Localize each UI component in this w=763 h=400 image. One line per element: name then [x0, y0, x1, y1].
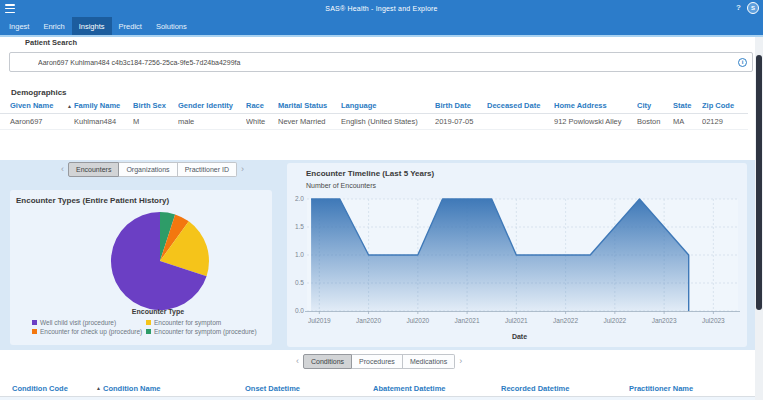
- record-tabs: ‹ EncountersOrganizationsPractitioner ID…: [57, 162, 248, 177]
- demographics-cell: Boston: [637, 113, 673, 129]
- demographics-heading: Demographics: [11, 88, 67, 97]
- x-tick-label: Jul2019: [308, 317, 331, 324]
- scrollbar-thumb[interactable]: [756, 55, 762, 310]
- legend-item-encounter-for-check-up-procedure[interactable]: Encounter for check up (procedure): [32, 328, 146, 335]
- detail-tab-buttons: ConditionsProceduresMedications: [303, 354, 455, 369]
- pie-chart: [10, 190, 272, 310]
- demographics-header-home-address[interactable]: Home Address: [554, 99, 637, 113]
- demographics-header-deceased-date[interactable]: Deceased Date: [487, 99, 554, 113]
- conditions-header-row: Condition Code▲Condition NameOnset Datet…: [0, 381, 755, 396]
- nav-item-solutions[interactable]: Solutions: [149, 17, 194, 35]
- detail-tabs: ‹ ConditionsProceduresMedications ›: [292, 354, 466, 369]
- sas-health-app: { "app": { "title": "SAS® Health - Inges…: [0, 0, 763, 400]
- column-label: Condition Code: [12, 384, 68, 393]
- y-tick-label: 1.0: [295, 251, 304, 258]
- timeline-y-axis-label: Number of Encounters: [306, 182, 376, 189]
- help-icon[interactable]: ?: [736, 3, 741, 12]
- title-row: SAS® Health - Ingest and Explore ? S: [0, 0, 763, 17]
- nav-item-predict[interactable]: Predict: [112, 17, 149, 35]
- demographics-cell: English (United States): [341, 113, 435, 129]
- timeline-chart: 0.00.51.01.52.0Jul2019Jan2020Jul2020Jan2…: [292, 193, 742, 333]
- x-tick-label: Jan2020: [356, 317, 381, 324]
- nav-item-enrich[interactable]: Enrich: [36, 17, 71, 35]
- demographics-header-given-name[interactable]: Given Name▲: [0, 99, 74, 113]
- record-tab-buttons: EncountersOrganizationsPractitioner ID: [68, 162, 237, 177]
- patient-search-input[interactable]: [9, 52, 753, 72]
- demographics-header-row: Given Name▲Family NameBirth SexGender Id…: [0, 99, 748, 113]
- demographics-table: Given Name▲Family NameBirth SexGender Id…: [0, 99, 748, 130]
- nav-underline: [0, 35, 763, 37]
- nav-item-insights[interactable]: Insights: [72, 17, 112, 35]
- demographics-header-language[interactable]: Language: [341, 99, 435, 113]
- legend-item-encounter-for-symptom[interactable]: Encounter for symptom: [146, 319, 257, 326]
- conditions-header-abatement-datetime[interactable]: Abatement Datetime: [373, 381, 501, 396]
- chevron-right-icon[interactable]: ›: [455, 354, 466, 369]
- record-tab-encounters[interactable]: Encounters: [68, 162, 119, 177]
- legend-label: Encounter for check up (procedure): [40, 328, 142, 335]
- avatar[interactable]: S: [747, 2, 759, 14]
- x-tick-label: Jul2022: [603, 317, 626, 324]
- demographics-cell: Never Married: [278, 113, 341, 129]
- demographics-cell: White: [246, 113, 278, 129]
- column-label: Given Name: [10, 101, 53, 110]
- record-tab-organizations[interactable]: Organizations: [119, 162, 177, 177]
- nav-tabs: IngestEnrichInsightsPredictSolutions: [0, 17, 763, 35]
- demographics-cell: Kuhlman484: [74, 113, 133, 129]
- conditions-header-onset-datetime[interactable]: Onset Datetime: [245, 381, 373, 396]
- demographics-header-birth-date[interactable]: Birth Date: [435, 99, 487, 113]
- legend-label: Encounter for symptom (procedure): [154, 328, 257, 335]
- record-tab-practitioner-id[interactable]: Practitioner ID: [178, 162, 237, 177]
- pie-chart-card: Encounter Types (Entire Patient History)…: [10, 190, 272, 345]
- demographics-header-family-name[interactable]: Family Name: [74, 99, 133, 113]
- y-tick-label: 0.0: [295, 307, 304, 314]
- demographics-row[interactable]: Aaron697Kuhlman484MmaleWhiteNever Marrie…: [0, 113, 748, 129]
- demographics-header-city[interactable]: City: [637, 99, 673, 113]
- vertical-scrollbar[interactable]: [755, 37, 763, 400]
- legend-swatch-icon: [146, 329, 151, 334]
- legend-swatch-icon: [32, 329, 37, 334]
- detail-tab-procedures[interactable]: Procedures: [352, 354, 403, 369]
- detail-tab-conditions[interactable]: Conditions: [303, 354, 352, 369]
- demographics-header-race[interactable]: Race: [246, 99, 278, 113]
- demographics-cell: [487, 113, 554, 129]
- demographics-header-state[interactable]: State: [673, 99, 702, 113]
- conditions-header-practitioner-name[interactable]: Practitioner Name: [629, 381, 755, 396]
- detail-tab-medications[interactable]: Medications: [403, 354, 455, 369]
- chevron-right-icon[interactable]: ›: [237, 162, 248, 177]
- y-tick-label: 1.5: [295, 223, 304, 230]
- legend-item-encounter-for-symptom-procedure[interactable]: Encounter for symptom (procedure): [146, 328, 257, 335]
- patient-search-label: Patient Search: [25, 38, 77, 47]
- sort-ascending-icon: ▲: [67, 103, 72, 109]
- sort-ascending-icon: ▲: [96, 385, 101, 391]
- x-tick-label: Jul2021: [505, 317, 528, 324]
- top-bar: SAS® Health - Ingest and Explore ? S Ing…: [0, 0, 763, 35]
- x-tick-label: Jul2023: [702, 317, 725, 324]
- chevron-left-icon[interactable]: ‹: [57, 162, 68, 177]
- demographics-header-gender-identity[interactable]: Gender Identity: [178, 99, 246, 113]
- pie-legend: Well child visit (procedure)Encounter fo…: [32, 319, 257, 335]
- demographics-cell: 02129: [702, 113, 748, 129]
- conditions-header-condition-name[interactable]: Condition Name: [103, 381, 245, 396]
- timeline-chart-card: Encounter Timeline (Last 5 Years) Number…: [287, 163, 747, 347]
- nav-item-ingest[interactable]: Ingest: [2, 17, 36, 35]
- demographics-header-zip-code[interactable]: Zip Code: [702, 99, 748, 113]
- demographics-body: Aaron697Kuhlman484MmaleWhiteNever Marrie…: [0, 113, 748, 129]
- conditions-header-recorded-datetime[interactable]: Recorded Datetime: [501, 381, 629, 396]
- app-title: SAS® Health - Ingest and Explore: [0, 0, 763, 17]
- demographics-cell: Aaron697: [0, 113, 74, 129]
- x-tick-label: Jan2023: [652, 317, 677, 324]
- y-tick-label: 0.5: [295, 279, 304, 286]
- conditions-header-condition-code[interactable]: Condition Code▲: [0, 381, 103, 396]
- timeline-x-axis-label: Date: [302, 333, 737, 340]
- demographics-cell: 912 Powlowski Alley: [554, 113, 637, 129]
- info-icon[interactable]: i: [738, 58, 747, 67]
- legend-item-well-child-visit-procedure[interactable]: Well child visit (procedure): [32, 319, 146, 326]
- chevron-left-icon[interactable]: ‹: [292, 354, 303, 369]
- timeline-chart-title: Encounter Timeline (Last 5 Years): [306, 169, 434, 178]
- demographics-header-birth-sex[interactable]: Birth Sex: [133, 99, 178, 113]
- legend-label: Encounter for symptom: [154, 319, 221, 326]
- conditions-table: Condition Code▲Condition NameOnset Datet…: [0, 381, 755, 397]
- demographics-header-marital-status[interactable]: Marital Status: [278, 99, 341, 113]
- legend-label: Well child visit (procedure): [40, 319, 116, 326]
- pie-legend-title: Encounter Type: [30, 308, 286, 315]
